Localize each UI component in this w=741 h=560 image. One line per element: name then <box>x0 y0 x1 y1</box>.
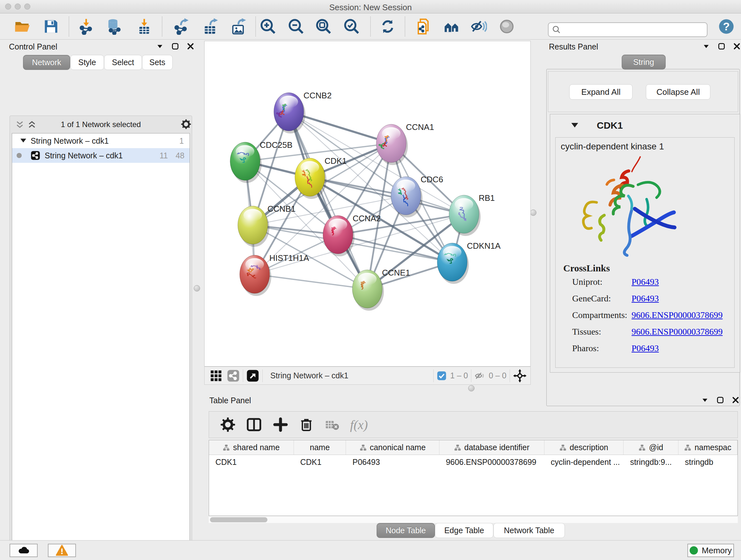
memory-button[interactable]: Memory <box>687 544 734 557</box>
network-node-CDKN1A[interactable]: CDKN1A <box>437 241 501 284</box>
zoom-in-icon[interactable] <box>260 18 276 35</box>
tab-select[interactable]: Select <box>104 55 142 70</box>
crosslink-link[interactable]: P06493 <box>631 277 659 287</box>
splitter-handle[interactable] <box>194 285 200 292</box>
tab-network[interactable]: Network <box>23 55 70 70</box>
table-cell[interactable]: CDK1 <box>209 457 294 467</box>
import-table-icon[interactable] <box>136 18 152 35</box>
network-edge[interactable] <box>255 274 367 289</box>
tab-style[interactable]: Style <box>70 55 104 70</box>
panel-menu-icon[interactable] <box>702 42 711 51</box>
network-collection-row[interactable]: String Network – cdk1 1 <box>12 133 190 148</box>
show-all-icon[interactable] <box>498 18 515 35</box>
add-column-icon[interactable] <box>273 417 288 432</box>
tab-sets[interactable]: Sets <box>142 55 173 70</box>
network-node-CDK1[interactable]: CDK1 <box>295 156 347 199</box>
duplicate-network-icon[interactable] <box>415 18 431 35</box>
grid-view-icon[interactable] <box>210 369 222 382</box>
warning-button[interactable] <box>48 544 76 557</box>
refresh-icon[interactable] <box>380 18 396 35</box>
column-header[interactable]: shared name <box>209 440 294 455</box>
hide-selected-icon[interactable] <box>470 18 487 35</box>
crosslink-link[interactable]: 9606.ENSP00000378699 <box>631 327 723 337</box>
birdseye-view-icon[interactable] <box>246 369 259 382</box>
table-cell[interactable]: CDK1 <box>294 457 346 467</box>
network-node-HIST1H1A[interactable]: HIST1H1A <box>240 253 309 296</box>
panel-menu-icon[interactable] <box>156 42 164 51</box>
disclosure-triangle-icon[interactable] <box>571 123 578 128</box>
scrollbar-thumb[interactable] <box>210 517 267 522</box>
network-node-CCNB2[interactable]: CCNB2 <box>274 91 332 133</box>
network-node-CCNE1[interactable]: CCNE1 <box>352 268 410 311</box>
column-header[interactable]: canonical name <box>346 440 440 455</box>
zoom-out-icon[interactable] <box>288 18 305 35</box>
export-image-icon[interactable] <box>230 18 247 35</box>
open-folder-icon[interactable] <box>14 18 30 35</box>
results-panel: Results Panel String Expand All Collapse… <box>544 40 741 393</box>
panel-float-icon[interactable] <box>718 42 726 51</box>
svg-text:?: ? <box>723 20 730 33</box>
column-header[interactable]: database identifier <box>440 440 544 455</box>
selected-checkbox-icon[interactable] <box>437 371 447 381</box>
import-database-icon[interactable] <box>105 18 122 35</box>
column-header[interactable]: @id <box>623 440 678 455</box>
panel-close-icon[interactable] <box>733 42 741 51</box>
table-cell[interactable]: stringdb:9... <box>623 457 678 467</box>
network-list-icon[interactable] <box>227 369 240 382</box>
cloud-button[interactable] <box>10 544 38 557</box>
protein-header-row[interactable]: CDK1 <box>550 114 740 137</box>
tab-string[interactable]: String <box>622 55 666 70</box>
table-cell[interactable]: stringdb <box>678 457 738 467</box>
splitter-handle[interactable] <box>468 385 475 391</box>
tab-node-table[interactable]: Node Table <box>377 523 435 538</box>
disclosure-triangle-icon[interactable] <box>20 138 26 143</box>
help-icon[interactable]: ? <box>718 18 735 35</box>
table-cell[interactable]: cyclin-dependent ... <box>544 457 624 467</box>
column-header[interactable]: namespac <box>678 440 738 455</box>
crosslink-link[interactable]: 9606.ENSP00000378699 <box>631 310 723 320</box>
network-canvas[interactable]: CCNB2CCNA1CDC25BCDK1CDC6RB1CCNB1CCNA2CDK… <box>204 41 531 367</box>
table-row[interactable]: CDK1CDK1P064939606.ENSP00000378699cyclin… <box>209 455 738 469</box>
first-neighbors-icon[interactable] <box>443 18 460 35</box>
zoom-selected-icon[interactable] <box>343 18 360 35</box>
node-label: CCNA1 <box>406 122 434 132</box>
tab-edge-table[interactable]: Edge Table <box>435 523 493 538</box>
column-header[interactable]: name <box>294 440 346 455</box>
crosslink-link[interactable]: P06493 <box>631 343 659 354</box>
splitter-handle[interactable] <box>530 209 536 216</box>
import-network-icon[interactable] <box>78 18 94 35</box>
table-cell[interactable]: P06493 <box>346 457 440 467</box>
network-node-CCNA1[interactable]: CCNA1 <box>376 122 434 165</box>
zoom-fit-icon[interactable] <box>315 18 332 35</box>
delete-column-icon[interactable] <box>299 417 314 432</box>
gear-icon[interactable] <box>181 119 191 129</box>
panel-float-icon[interactable] <box>171 42 179 51</box>
panel-close-icon[interactable] <box>731 396 740 404</box>
panel-menu-icon[interactable] <box>701 396 709 404</box>
column-header[interactable]: description <box>544 440 624 455</box>
crosslink-link[interactable]: P06493 <box>631 294 659 304</box>
collapse-all-button[interactable]: Collapse All <box>646 84 711 100</box>
panel-close-icon[interactable] <box>186 42 195 51</box>
network-node-CCNA2[interactable]: CCNA2 <box>323 213 381 256</box>
network-row[interactable]: String Network – cdk1 11 48 <box>12 148 190 163</box>
export-network-icon[interactable] <box>173 18 189 35</box>
horizontal-scrollbar[interactable] <box>209 516 738 523</box>
gear-icon[interactable] <box>220 417 235 432</box>
search-field[interactable] <box>548 22 708 37</box>
table-cell[interactable]: 9606.ENSP00000378699 <box>440 457 544 467</box>
tab-network-table[interactable]: Network Table <box>493 523 565 538</box>
search-input[interactable] <box>564 23 707 36</box>
export-table-icon[interactable] <box>202 18 219 35</box>
show-columns-icon[interactable] <box>246 417 262 433</box>
pan-crosshair-icon[interactable] <box>513 369 527 382</box>
network-node-CDC25B[interactable]: CDC25B <box>230 140 293 183</box>
network-node-CDC6[interactable]: CDC6 <box>391 175 443 217</box>
panel-float-icon[interactable] <box>716 396 724 404</box>
expand-all-button[interactable]: Expand All <box>569 84 632 100</box>
network-node-CCNB1[interactable]: CCNB1 <box>238 204 295 247</box>
save-icon[interactable] <box>43 18 59 35</box>
network-node-RB1[interactable]: RB1 <box>449 193 495 236</box>
protein-structure-image <box>566 154 691 257</box>
network-graph[interactable]: CCNB2CCNA1CDC25BCDK1CDC6RB1CCNB1CCNA2CDK… <box>205 41 530 366</box>
